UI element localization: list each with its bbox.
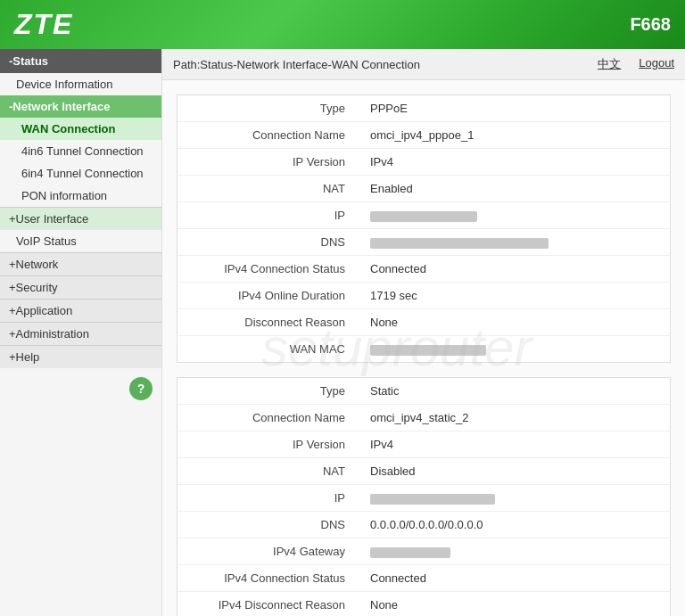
table-row-label: IP Version	[177, 431, 356, 458]
table-row-value: IPv4	[356, 149, 670, 176]
table-row-value: Static	[356, 378, 670, 405]
table-row-label: Disconnect Reason	[177, 309, 356, 336]
table-row-label: WAN MAC	[177, 336, 356, 363]
table-row-label: NAT	[177, 176, 356, 202]
sidebar-item-wan-connection[interactable]: WAN Connection	[0, 118, 161, 140]
table-row-label: IPv4 Disconnect Reason	[177, 592, 356, 617]
table-row-value	[356, 485, 670, 512]
breadcrumb: Path:Status-Network Interface-WAN Connec…	[173, 58, 420, 71]
table-row-label: IPv4 Connection Status	[177, 565, 356, 592]
table-row-value	[356, 229, 670, 256]
table-row-label: Connection Name	[177, 405, 356, 431]
sidebar-item-administration[interactable]: +Administration	[0, 322, 161, 345]
wan-info-section-2: TypeStaticConnection Nameomci_ipv4_stati…	[177, 377, 671, 616]
table-row-value: omci_ipv4_pppoe_1	[356, 122, 670, 149]
table-row-value	[356, 202, 670, 229]
header: ZTE F668	[0, 0, 685, 49]
zte-logo: ZTE	[14, 8, 73, 41]
wan-info-section-1: TypePPPoEConnection Nameomci_ipv4_pppoe_…	[177, 94, 671, 363]
table-row-label: Type	[177, 378, 356, 405]
table-row-value	[356, 538, 670, 565]
sidebar-item-help[interactable]: +Help	[0, 345, 161, 368]
sidebar: -Status Device Information -Network Inte…	[0, 49, 162, 616]
table-row-value: Connected	[356, 565, 670, 592]
wan-table-1: TypePPPoEConnection Nameomci_ipv4_pppoe_…	[177, 95, 670, 362]
table-row-value: Connected	[356, 256, 670, 283]
table-row-label: IP	[177, 485, 356, 512]
help-btn-area: ?	[0, 368, 161, 409]
sidebar-item-pon-information[interactable]: PON information	[0, 185, 161, 207]
wan-table-2: TypeStaticConnection Nameomci_ipv4_stati…	[177, 378, 670, 616]
table-row-value: Enabled	[356, 176, 670, 202]
sidebar-item-4in6-tunnel[interactable]: 4in6 Tunnel Connection	[0, 140, 161, 162]
table-row-label: IPv4 Gateway	[177, 538, 356, 565]
table-row-label: IPv4 Online Duration	[177, 283, 356, 309]
table-row-value: None	[356, 309, 670, 336]
main-content: Path:Status-Network Interface-WAN Connec…	[162, 49, 685, 616]
table-row-label: Type	[177, 95, 356, 122]
table-row-value: omci_ipv4_static_2	[356, 405, 670, 431]
sidebar-item-network[interactable]: +Network	[0, 252, 161, 275]
sidebar-item-user-interface[interactable]: +User Interface	[0, 207, 161, 230]
table-row-label: NAT	[177, 458, 356, 485]
sidebar-status-header[interactable]: -Status	[0, 49, 161, 73]
sidebar-item-6in4-tunnel[interactable]: 6in4 Tunnel Connection	[0, 162, 161, 185]
lang-switch-link[interactable]: 中文	[598, 56, 621, 72]
table-row-label: DNS	[177, 229, 356, 256]
sidebar-network-interface-header[interactable]: -Network Interface	[0, 95, 161, 118]
table-row-label: IP	[177, 202, 356, 229]
table-row-value	[356, 336, 670, 363]
table-row-value: PPPoE	[356, 95, 670, 122]
sidebar-item-voip-status[interactable]: VoIP Status	[0, 230, 161, 252]
table-row-value: IPv4	[356, 431, 670, 458]
table-row-label: DNS	[177, 512, 356, 538]
help-button[interactable]: ?	[129, 377, 153, 400]
table-row-value: None	[356, 592, 670, 617]
layout: -Status Device Information -Network Inte…	[0, 49, 685, 616]
table-row-value: Disabled	[356, 458, 670, 485]
breadcrumb-links: 中文 Logout	[598, 56, 674, 72]
sidebar-item-application[interactable]: +Application	[0, 299, 161, 322]
table-row-value: 1719 sec	[356, 283, 670, 309]
model-name: F668	[630, 14, 671, 35]
table-row-value: 0.0.0.0/0.0.0.0/0.0.0.0	[356, 512, 670, 538]
logout-link[interactable]: Logout	[639, 56, 674, 72]
breadcrumb-bar: Path:Status-Network Interface-WAN Connec…	[162, 49, 685, 80]
table-row-label: IP Version	[177, 149, 356, 176]
table-row-label: Connection Name	[177, 122, 356, 149]
sidebar-item-security[interactable]: +Security	[0, 275, 161, 299]
table-row-label: IPv4 Connection Status	[177, 256, 356, 283]
sidebar-item-device-info[interactable]: Device Information	[0, 73, 161, 95]
